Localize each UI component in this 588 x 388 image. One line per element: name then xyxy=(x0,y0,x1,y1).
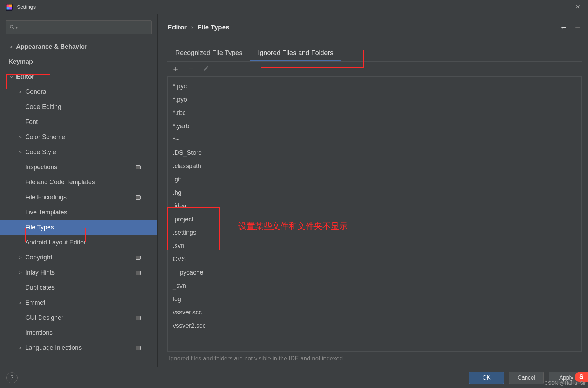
ignore-list-container: *.pyc*.pyo*.rbc*.yarb*~.DS_Store.classpa… xyxy=(167,76,582,352)
tree-item-appearance-behavior[interactable]: Appearance & Behavior xyxy=(0,39,157,54)
chevron-right-icon[interactable] xyxy=(18,300,23,305)
close-icon[interactable]: ✕ xyxy=(572,2,583,12)
tree-item-label: General xyxy=(25,88,48,96)
tree-item-label: Inspections xyxy=(25,164,57,171)
nav-back-icon[interactable]: ← xyxy=(560,23,568,32)
svg-line-6 xyxy=(13,27,14,28)
tree-item-live-templates[interactable]: Live Templates xyxy=(0,205,157,220)
tab-recognized[interactable]: Recognized File Types xyxy=(167,45,250,61)
ignore-pattern-item[interactable]: .idea xyxy=(168,199,581,213)
chevron-right-icon[interactable] xyxy=(8,44,14,49)
cancel-button[interactable]: Cancel xyxy=(509,372,544,384)
tree-item-keymap[interactable]: Keymap xyxy=(0,54,157,69)
chevron-right-icon[interactable] xyxy=(18,89,23,95)
ignore-pattern-item[interactable]: *.rbc xyxy=(168,106,581,119)
scope-badge-icon xyxy=(136,256,141,260)
ignore-pattern-item[interactable]: vssver.scc xyxy=(168,306,581,319)
search-icon xyxy=(9,25,14,30)
tree-item-label: Duplicates xyxy=(25,284,55,291)
tree-item-label: Android Layout Editor xyxy=(25,239,86,246)
ignore-pattern-item[interactable]: .classpath xyxy=(168,159,581,173)
breadcrumb-level2: File Types xyxy=(197,23,230,31)
ignore-pattern-item[interactable]: *.pyo xyxy=(168,93,581,106)
search-input-container[interactable]: ▾ xyxy=(6,20,152,34)
scope-badge-icon xyxy=(136,346,141,350)
help-button[interactable]: ? xyxy=(6,372,18,383)
tree-item-inlay-hints[interactable]: Inlay Hints xyxy=(0,265,157,280)
tree-item-inspections[interactable]: Inspections xyxy=(0,160,157,175)
svg-rect-2 xyxy=(9,4,12,7)
scope-badge-icon xyxy=(136,316,141,320)
ignore-pattern-item[interactable]: *.yarb xyxy=(168,119,581,133)
tree-item-label: Inlay Hints xyxy=(25,269,55,276)
tree-item-label: Code Style xyxy=(25,148,56,156)
tab-ignored[interactable]: Ignored Files and Folders xyxy=(250,45,341,61)
chevron-right-icon[interactable] xyxy=(18,270,23,275)
tree-item-editor[interactable]: Editor xyxy=(0,69,157,84)
tree-item-font[interactable]: Font xyxy=(0,115,157,130)
tree-item-gui-designer[interactable]: GUI Designer xyxy=(0,310,157,325)
scope-badge-icon xyxy=(136,165,141,169)
tree-item-label: Editor xyxy=(16,73,34,81)
chevron-right-icon[interactable] xyxy=(18,150,23,155)
tree-item-file-and-code-templates[interactable]: File and Code Templates xyxy=(0,175,157,190)
content-pane: Editor › File Types ← → Recognized File … xyxy=(158,14,588,367)
add-icon[interactable]: ＋ xyxy=(171,64,180,74)
svg-point-5 xyxy=(10,25,13,28)
ignore-list[interactable]: *.pyc*.pyo*.rbc*.yarb*~.DS_Store.classpa… xyxy=(168,77,581,351)
svg-rect-3 xyxy=(7,7,9,9)
ignore-pattern-item[interactable]: __pycache__ xyxy=(168,266,581,279)
tree-item-emmet[interactable]: Emmet xyxy=(0,295,157,310)
edit-icon[interactable] xyxy=(202,64,211,74)
tree-item-file-types[interactable]: File Types xyxy=(0,220,157,235)
tree-item-language-injections[interactable]: Language Injections xyxy=(0,340,157,355)
window-title: Settings xyxy=(17,4,36,10)
tree-item-copyright[interactable]: Copyright xyxy=(0,250,157,265)
ignore-pattern-item[interactable]: .project xyxy=(168,213,581,226)
ignore-pattern-item[interactable]: *.pyc xyxy=(168,79,581,93)
tree-item-color-scheme[interactable]: Color Scheme xyxy=(0,130,157,145)
tree-item-file-encodings[interactable]: File Encodings xyxy=(0,190,157,205)
tree-item-label: Font xyxy=(25,118,38,126)
hint-text: Ignored files and folders are not visibl… xyxy=(167,352,582,367)
settings-sidebar: ▾ Appearance & BehaviorKeymapEditorGener… xyxy=(0,14,158,367)
tree-item-label: GUI Designer xyxy=(25,314,63,321)
tree-item-duplicates[interactable]: Duplicates xyxy=(0,280,157,295)
tree-item-general[interactable]: General xyxy=(0,84,157,99)
ignore-pattern-item[interactable]: .settings xyxy=(168,226,581,239)
ignore-pattern-item[interactable]: .git xyxy=(168,173,581,186)
chevron-right-icon[interactable] xyxy=(18,134,23,140)
tree-item-label: Copyright xyxy=(25,254,52,261)
remove-icon[interactable]: − xyxy=(186,64,196,74)
ignore-pattern-item[interactable]: log xyxy=(168,292,581,306)
tree-item-label: Emmet xyxy=(25,299,45,306)
breadcrumb-level1[interactable]: Editor xyxy=(167,23,187,31)
chevron-right-icon[interactable] xyxy=(18,255,23,260)
tree-item-android-layout-editor[interactable]: Android Layout Editor xyxy=(0,235,157,250)
ignore-pattern-item[interactable]: .hg xyxy=(168,186,581,199)
svg-rect-4 xyxy=(9,7,12,9)
ignore-pattern-item[interactable]: *~ xyxy=(168,133,581,146)
ignore-toolbar: ＋ − xyxy=(167,62,582,76)
app-icon xyxy=(5,3,13,11)
ignore-pattern-item[interactable]: vssver2.scc xyxy=(168,319,581,332)
search-input[interactable] xyxy=(20,25,148,30)
tree-item-code-style[interactable]: Code Style xyxy=(0,145,157,160)
tree-item-label: Code Editing xyxy=(25,103,61,111)
tree-item-code-editing[interactable]: Code Editing xyxy=(0,99,157,115)
tree-item-label: Appearance & Behavior xyxy=(16,43,87,50)
chevron-right-icon[interactable] xyxy=(18,345,23,351)
settings-tree[interactable]: Appearance & BehaviorKeymapEditorGeneral… xyxy=(0,39,157,367)
ok-button[interactable]: OK xyxy=(469,372,504,384)
ignore-pattern-item[interactable]: CVS xyxy=(168,252,581,266)
tree-item-intentions[interactable]: Intentions xyxy=(0,325,157,340)
tree-item-label: Intentions xyxy=(25,329,53,337)
nav-forward-icon: → xyxy=(574,23,582,32)
tree-item-label: Live Templates xyxy=(25,209,67,216)
watermark-text: CSDN @HaHa_Sir xyxy=(545,380,586,386)
nav-arrows: ← → xyxy=(560,23,582,32)
ignore-pattern-item[interactable]: .DS_Store xyxy=(168,146,581,159)
ignore-pattern-item[interactable]: _svn xyxy=(168,279,581,292)
ignore-pattern-item[interactable]: .svn xyxy=(168,239,581,252)
tree-item-label: Language Injections xyxy=(25,344,82,352)
